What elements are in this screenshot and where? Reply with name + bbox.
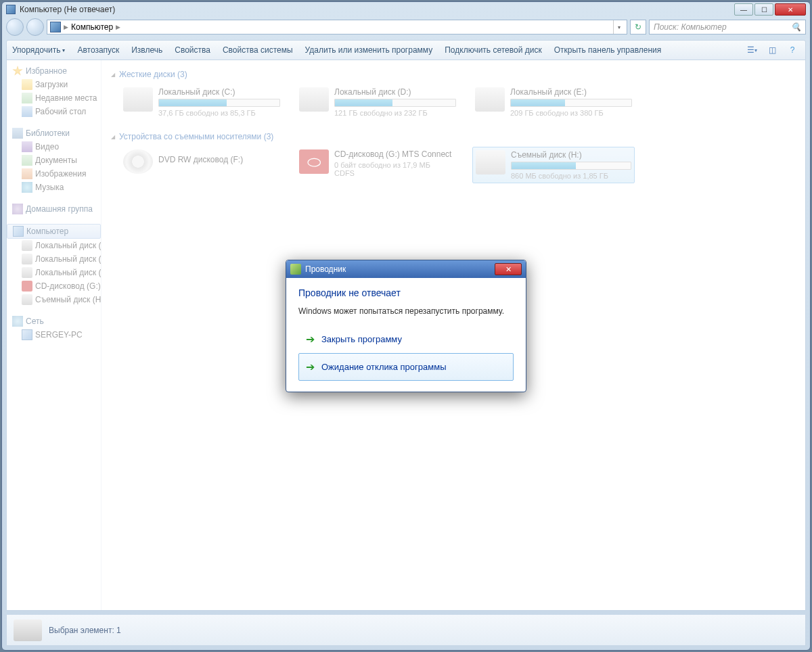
homegroup-header[interactable]: Домашняя группа <box>7 202 101 216</box>
drive-sub: 0 байт свободно из 17,9 МБ <box>334 161 456 169</box>
drive-sub: 860 МБ свободно из 1,85 ГБ <box>511 172 631 180</box>
sidebar-item-drive-e[interactable]: Локальный диск (E:) <box>7 266 101 279</box>
dialog-titlebar[interactable]: Проводник ✕ <box>286 260 526 278</box>
forward-button[interactable] <box>26 18 44 36</box>
search-icon: 🔍 <box>791 22 801 32</box>
close-program-option[interactable]: ➔ Закрыть программу <box>298 325 514 353</box>
collapse-icon: ◢ <box>111 72 115 78</box>
computer-icon <box>13 226 24 237</box>
nav-bar: ▶ Компьютер ▶ ▾ ↻ Поиск: Компьютер 🔍 <box>6 17 806 37</box>
breadcrumb-sep-icon: ▶ <box>116 24 120 30</box>
map-drive-button[interactable]: Подключить сетевой диск <box>445 45 541 55</box>
window-title: Компьютер (Не отвечает) <box>20 5 115 14</box>
address-bar[interactable]: ▶ Компьютер ▶ ▾ <box>47 20 627 34</box>
hdd-icon <box>299 87 329 112</box>
drive-h-removable[interactable]: Съемный диск (H:) 860 МБ свободно из 1,8… <box>472 147 635 183</box>
computer-icon <box>50 22 61 32</box>
sidebar-item-sergey-pc[interactable]: SERGEY-PC <box>7 328 101 342</box>
drive-d[interactable]: Локальный диск (D:) 121 ГБ свободно из 2… <box>296 85 459 120</box>
drive-label: Съемный диск (H:) <box>511 150 631 160</box>
folder-icon <box>22 79 32 90</box>
arrow-right-icon: ➔ <box>306 333 315 346</box>
not-responding-dialog: Проводник ✕ Проводник не отвечает Window… <box>286 260 526 392</box>
nav-pane[interactable]: Избранное Загрузки Недавние места Рабочи… <box>7 60 102 610</box>
breadcrumb-sep-icon: ▶ <box>64 24 68 30</box>
removable-group-header[interactable]: ◢Устройства со съемными носителями (3) <box>111 129 796 144</box>
libraries-header[interactable]: Библиотеки <box>7 126 101 140</box>
star-icon <box>12 66 23 76</box>
arrow-right-icon: ➔ <box>306 360 315 373</box>
status-text: Выбран элемент: 1 <box>49 626 121 635</box>
eject-button[interactable]: Извлечь <box>131 45 162 55</box>
removable-icon <box>14 620 42 641</box>
sidebar-item-drive-d[interactable]: Локальный диск (D:) <box>7 252 101 266</box>
app-icon <box>290 264 301 275</box>
properties-button[interactable]: Свойства <box>175 45 210 55</box>
drive-label: Локальный диск (D:) <box>334 87 456 97</box>
music-icon <box>22 182 32 193</box>
dialog-close-button[interactable]: ✕ <box>495 263 522 275</box>
drive-sub: 209 ГБ свободно из 380 ГБ <box>510 109 632 117</box>
sidebar-item-drive-c[interactable]: Локальный диск (C:) <box>7 239 101 252</box>
drive-c[interactable]: Локальный диск (C:) 37,6 ГБ свободно из … <box>120 85 283 120</box>
maximize-button[interactable]: ☐ <box>754 3 773 16</box>
capacity-bar <box>334 99 456 107</box>
drive-icon <box>22 254 32 264</box>
search-placeholder: Поиск: Компьютер <box>654 22 727 32</box>
back-button[interactable] <box>6 18 24 36</box>
autoplay-button[interactable]: Автозапуск <box>77 45 119 55</box>
collapse-icon: ◢ <box>111 134 115 140</box>
capacity-bar <box>511 162 631 170</box>
computer-header[interactable]: Компьютер <box>7 224 101 239</box>
video-icon <box>22 141 32 152</box>
mts-icon: ⬭ <box>299 149 329 174</box>
window-controls: — ☐ ✕ <box>734 3 806 16</box>
sidebar-item-recent[interactable]: Недавние места <box>7 91 101 105</box>
library-icon <box>12 128 23 139</box>
drive-icon <box>22 240 32 251</box>
sidebar-item-desktop[interactable]: Рабочий стол <box>7 105 101 118</box>
sidebar-item-drive-h[interactable]: Съемный диск (H:) <box>7 293 101 306</box>
uninstall-button[interactable]: Удалить или изменить программу <box>305 45 433 55</box>
sidebar-item-drive-g[interactable]: CD-дисковод (G:) MTS <box>7 279 101 293</box>
system-properties-button[interactable]: Свойства системы <box>223 45 293 55</box>
sidebar-item-documents[interactable]: Документы <box>7 154 101 167</box>
view-options-button[interactable]: ☰▾ <box>744 43 759 57</box>
help-button[interactable]: ? <box>785 43 800 57</box>
favorites-header[interactable]: Избранное <box>7 64 101 78</box>
removable-icon <box>476 150 505 174</box>
network-icon <box>12 316 23 327</box>
drive-g-cd[interactable]: ⬭ CD-дисковод (G:) MTS Connect 0 байт св… <box>296 147 459 183</box>
hdd-group-header[interactable]: ◢Жесткие диски (3) <box>111 67 796 82</box>
sidebar-item-videos[interactable]: Видео <box>7 140 101 154</box>
drive-icon <box>22 267 32 278</box>
recent-icon <box>22 93 32 103</box>
document-icon <box>22 155 32 166</box>
hdd-icon <box>123 87 153 112</box>
refresh-button[interactable]: ↻ <box>630 20 646 34</box>
control-panel-button[interactable]: Открыть панель управления <box>554 45 662 55</box>
drive-filesystem: CDFS <box>334 169 456 177</box>
drive-sub: 37,6 ГБ свободно из 85,3 ГБ <box>158 109 280 117</box>
close-button[interactable]: ✕ <box>775 3 806 16</box>
details-pane: Выбран элемент: 1 <box>6 615 806 646</box>
sidebar-item-pictures[interactable]: Изображения <box>7 167 101 181</box>
organize-menu[interactable]: Упорядочить▾ <box>12 45 65 55</box>
network-header[interactable]: Сеть <box>7 315 101 328</box>
removable-icon <box>22 294 32 305</box>
dialog-title: Проводник <box>305 264 346 274</box>
wait-program-option[interactable]: ➔ Ожидание отклика программы <box>298 353 514 381</box>
sidebar-item-music[interactable]: Музыка <box>7 181 101 194</box>
sidebar-item-downloads[interactable]: Загрузки <box>7 78 101 91</box>
minimize-button[interactable]: — <box>734 3 753 16</box>
drive-label: Локальный диск (C:) <box>158 87 280 97</box>
drive-f-dvd[interactable]: DVD RW дисковод (F:) <box>120 147 283 183</box>
preview-pane-button[interactable]: ◫ <box>765 43 780 57</box>
titlebar[interactable]: Компьютер (Не отвечает) — ☐ ✕ <box>2 2 810 17</box>
computer-icon <box>6 5 16 14</box>
breadcrumb-item[interactable]: Компьютер <box>71 22 113 32</box>
drive-sub: 121 ГБ свободно из 232 ГБ <box>334 109 456 117</box>
search-input[interactable]: Поиск: Компьютер 🔍 <box>649 20 806 34</box>
drive-e[interactable]: Локальный диск (E:) 209 ГБ свободно из 3… <box>472 85 635 120</box>
address-dropdown[interactable]: ▾ <box>613 20 624 34</box>
